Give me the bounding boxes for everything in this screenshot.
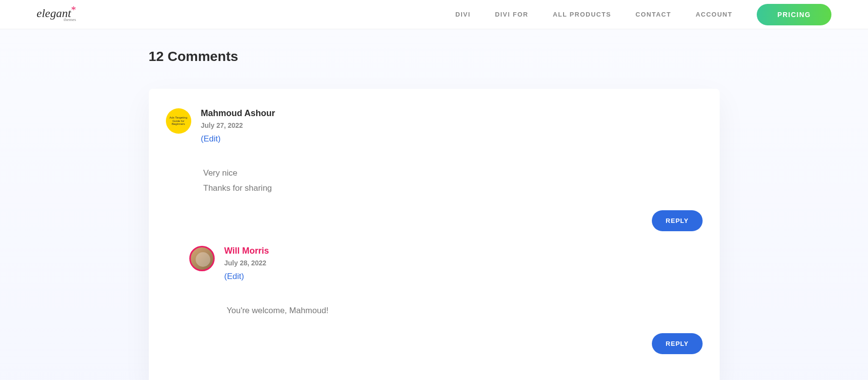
nav-account[interactable]: ACCOUNT	[696, 11, 733, 18]
logo[interactable]: elegant* themes	[37, 7, 76, 22]
comment-reply-thread: Will Morris July 28, 2022 (Edit) You're …	[166, 246, 703, 354]
comment-date: July 27, 2022	[201, 121, 703, 129]
comments-heading: 12 Comments	[149, 49, 720, 64]
reply-wrap: REPLY	[166, 210, 703, 231]
main-content: 12 Comments Ads Targeting Guide for Begi…	[149, 29, 720, 380]
avatar-text: Ads Targeting Guide for Beginners	[168, 116, 189, 126]
comment-body: Mahmoud Ashour July 27, 2022 (Edit) Very…	[201, 108, 703, 196]
nav-divi[interactable]: DIVI	[455, 11, 470, 18]
comment-text-line: Very nice	[203, 166, 703, 181]
avatar: Ads Targeting Guide for Beginners	[166, 108, 191, 134]
logo-asterisk-icon: *	[71, 4, 76, 15]
main-nav: DIVI DIVI FOR ALL PRODUCTS CONTACT ACCOU…	[455, 4, 831, 25]
edit-link[interactable]: (Edit)	[201, 134, 221, 144]
comment-author: Mahmoud Ashour	[201, 108, 703, 119]
comment-item: Will Morris July 28, 2022 (Edit) You're …	[189, 246, 703, 319]
comment-author[interactable]: Will Morris	[224, 246, 703, 256]
avatar	[189, 246, 215, 271]
pricing-button[interactable]: PRICING	[757, 4, 831, 25]
nav-all-products[interactable]: ALL PRODUCTS	[553, 11, 611, 18]
comment-text-line: Thanks for sharing	[203, 181, 703, 196]
reply-button[interactable]: REPLY	[652, 333, 702, 354]
site-header: elegant* themes DIVI DIVI FOR ALL PRODUC…	[0, 0, 868, 29]
comment-text: You're welcome, Mahmoud!	[227, 303, 703, 319]
comment-text-line: You're welcome, Mahmoud!	[227, 303, 703, 319]
nav-divi-for[interactable]: DIVI FOR	[495, 11, 528, 18]
comment-body: Will Morris July 28, 2022 (Edit) You're …	[224, 246, 703, 319]
comment-date: July 28, 2022	[224, 259, 703, 267]
reply-wrap: REPLY	[189, 333, 703, 354]
comment-text: Very nice Thanks for sharing	[203, 166, 703, 196]
comments-card: Ads Targeting Guide for Beginners Mahmou…	[149, 89, 720, 380]
comment-item: Ads Targeting Guide for Beginners Mahmou…	[166, 108, 703, 196]
reply-button[interactable]: REPLY	[652, 210, 702, 231]
edit-link[interactable]: (Edit)	[224, 272, 244, 281]
nav-contact[interactable]: CONTACT	[636, 11, 671, 18]
